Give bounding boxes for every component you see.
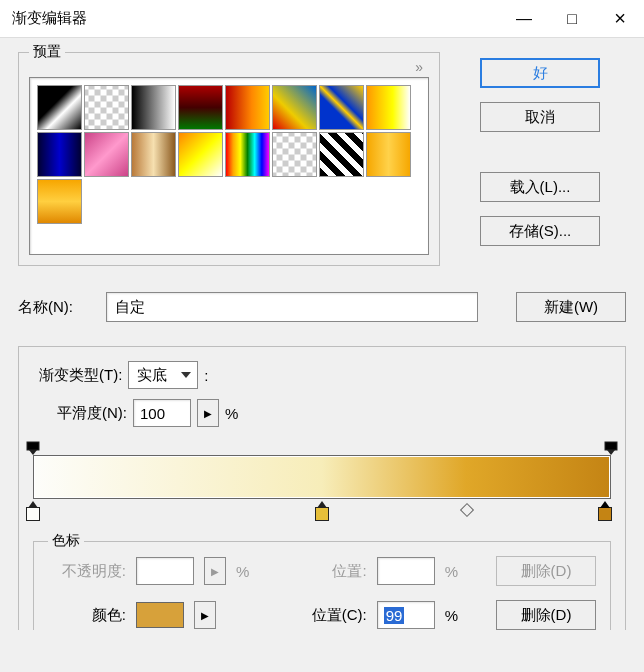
new-button[interactable]: 新建(W) bbox=[516, 292, 626, 322]
percent-sign: % bbox=[445, 607, 458, 624]
preset-swatch[interactable] bbox=[225, 85, 270, 130]
preset-swatch[interactable] bbox=[131, 132, 176, 177]
cancel-button[interactable]: 取消 bbox=[480, 102, 600, 132]
midpoint-handle[interactable] bbox=[459, 503, 473, 517]
delete-color-stop-button[interactable]: 删除(D) bbox=[496, 600, 596, 630]
preset-swatch[interactable] bbox=[131, 85, 176, 130]
colon: : bbox=[204, 367, 208, 384]
preset-swatch[interactable] bbox=[272, 132, 317, 177]
percent-sign: % bbox=[225, 405, 238, 422]
color-well[interactable] bbox=[136, 602, 184, 628]
presets-legend: 预置 bbox=[29, 43, 65, 61]
smoothness-stepper[interactable]: ▶ bbox=[197, 399, 219, 427]
name-label: 名称(N): bbox=[18, 298, 98, 317]
color-stop[interactable] bbox=[315, 501, 329, 521]
preset-swatch[interactable] bbox=[37, 85, 82, 130]
save-button[interactable]: 存储(S)... bbox=[480, 216, 600, 246]
gradient-type-label: 渐变类型(T): bbox=[39, 366, 122, 385]
presets-menu-icon[interactable]: » bbox=[415, 59, 423, 75]
gradient-bar[interactable] bbox=[33, 455, 611, 499]
preset-swatch[interactable] bbox=[319, 132, 364, 177]
load-button[interactable]: 载入(L)... bbox=[480, 172, 600, 202]
position-label: 位置: bbox=[303, 562, 367, 581]
preset-swatch[interactable] bbox=[366, 85, 411, 130]
presets-grid bbox=[29, 77, 429, 255]
preset-swatch[interactable] bbox=[225, 132, 270, 177]
gradient-settings: 渐变类型(T): 实底 : 平滑度(N): ▶ % 色标 不透明度: ▶ % 位… bbox=[18, 346, 626, 630]
gradient-type-select[interactable]: 实底 bbox=[128, 361, 198, 389]
stops-fieldset: 色标 不透明度: ▶ % 位置: % 删除(D) 颜色: ▶ 位置(C): 99 bbox=[33, 541, 611, 630]
stops-legend: 色标 bbox=[48, 532, 84, 550]
color-stop[interactable] bbox=[598, 501, 612, 521]
preset-swatch[interactable] bbox=[178, 132, 223, 177]
delete-opacity-stop-button: 删除(D) bbox=[496, 556, 596, 586]
svg-rect-0 bbox=[27, 442, 39, 450]
close-button[interactable]: × bbox=[596, 0, 644, 38]
svg-marker-3 bbox=[607, 450, 615, 455]
opacity-stop[interactable] bbox=[604, 441, 618, 455]
preset-swatch[interactable] bbox=[319, 85, 364, 130]
preset-swatch[interactable] bbox=[178, 85, 223, 130]
svg-rect-2 bbox=[605, 442, 617, 450]
name-input[interactable] bbox=[106, 292, 478, 322]
dialog-content: 预置 » 好 取消 载入(L)... 存储(S)... 名称(N): 新建(W)… bbox=[0, 38, 644, 630]
position-c-label: 位置(C): bbox=[303, 606, 367, 625]
position-c-input[interactable]: 99 bbox=[377, 601, 435, 629]
percent-sign: % bbox=[236, 563, 249, 580]
smoothness-label: 平滑度(N): bbox=[57, 404, 127, 423]
window-title: 渐变编辑器 bbox=[12, 9, 500, 28]
svg-marker-1 bbox=[29, 450, 37, 455]
smoothness-input[interactable] bbox=[133, 399, 191, 427]
preset-swatch[interactable] bbox=[84, 85, 129, 130]
minimize-button[interactable]: — bbox=[500, 0, 548, 38]
titlebar: 渐变编辑器 — □ × bbox=[0, 0, 644, 38]
color-label: 颜色: bbox=[48, 606, 126, 625]
maximize-button[interactable]: □ bbox=[548, 0, 596, 38]
preset-swatch[interactable] bbox=[37, 179, 82, 224]
presets-fieldset: 预置 » bbox=[18, 52, 440, 266]
position-input bbox=[377, 557, 435, 585]
preset-swatch[interactable] bbox=[84, 132, 129, 177]
preset-swatch[interactable] bbox=[272, 85, 317, 130]
gradient-editor bbox=[33, 455, 611, 523]
preset-swatch[interactable] bbox=[366, 132, 411, 177]
opacity-stop[interactable] bbox=[26, 441, 40, 455]
name-row: 名称(N): 新建(W) bbox=[18, 292, 626, 322]
ok-button[interactable]: 好 bbox=[480, 58, 600, 88]
opacity-stepper: ▶ bbox=[204, 557, 226, 585]
percent-sign: % bbox=[445, 563, 458, 580]
opacity-label: 不透明度: bbox=[48, 562, 126, 581]
opacity-input bbox=[136, 557, 194, 585]
color-stop[interactable] bbox=[26, 501, 40, 521]
preset-swatch[interactable] bbox=[37, 132, 82, 177]
sidebar-buttons: 好 取消 载入(L)... 存储(S)... bbox=[480, 52, 600, 246]
color-stepper[interactable]: ▶ bbox=[194, 601, 216, 629]
